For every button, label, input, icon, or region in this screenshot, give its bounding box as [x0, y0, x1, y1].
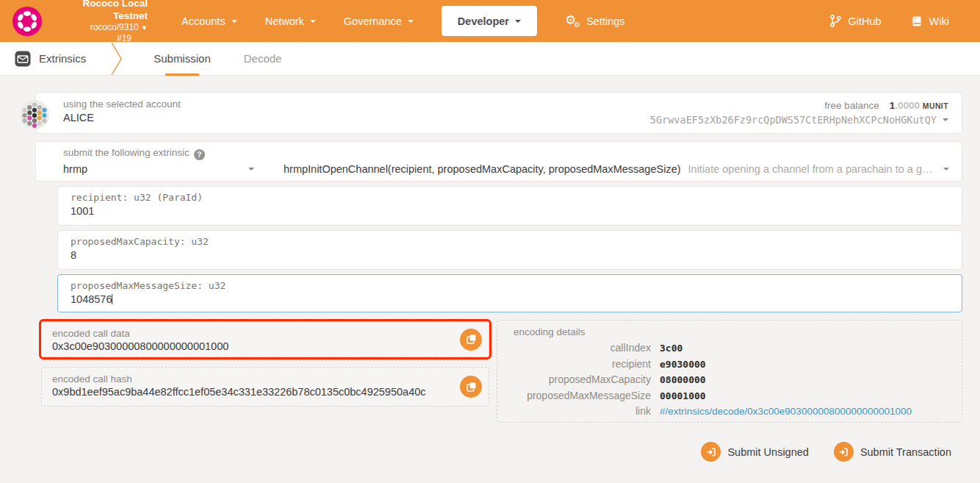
chevron-down-icon [310, 20, 316, 26]
network-name: Rococo Local Testnet [52, 0, 148, 22]
tab-decode[interactable]: Decode [244, 42, 282, 76]
chevron-down-icon [231, 20, 237, 26]
tab-submission[interactable]: Submission [154, 42, 211, 76]
extrinsic-dropdowns: hrmp hrmpInitOpenChannel(recipient, prop… [63, 163, 949, 175]
wiki-link[interactable]: Wiki [911, 15, 949, 27]
extrinsic-label: submit the following extrinsic? [63, 147, 949, 160]
chevron-down-icon [408, 20, 414, 26]
tab-bar: Extrinsics Submission Decode [0, 42, 980, 76]
nav-developer[interactable]: Developer [442, 6, 537, 36]
network-version[interactable]: rococo/9310 ▼ [52, 22, 148, 33]
book-icon [911, 15, 923, 27]
sign-in-arrow-icon [834, 442, 854, 462]
chevron-down-icon [943, 118, 948, 124]
section-dropdown[interactable]: hrmp [63, 163, 284, 175]
copy-call-data-button[interactable] [460, 329, 482, 351]
account-balance-block: free balance1.0000 MUNIT 5GrwvaEF5zXb26F… [650, 99, 948, 127]
submit-unsigned-button[interactable]: Submit Unsigned [701, 442, 808, 462]
method-hint: Initiate opening a channel from a parach… [688, 163, 934, 175]
nav-settings[interactable]: ⚙⚙ Settings [565, 14, 625, 29]
text-cursor [112, 294, 112, 304]
submit-transaction-button[interactable]: Submit Transaction [834, 442, 951, 462]
account-address[interactable]: 5GrwvaEF5zXb26Fz9rcQpDWS57CtERHpNehXCPcN… [650, 113, 948, 128]
git-branch-icon [830, 15, 841, 27]
copy-call-hash-button[interactable] [460, 376, 482, 398]
network-info[interactable]: Rococo Local Testnet rococo/9310 ▼ #19 [52, 0, 148, 44]
encoding-details-title: encoding details [514, 326, 962, 337]
polkadot-logo-icon[interactable] [12, 7, 42, 36]
decode-link[interactable]: #/extrinsics/decode/0x3c00e9030000080000… [660, 406, 962, 417]
section-extrinsics: Extrinsics [15, 51, 86, 67]
encoded-call-data: encoded call data 0x3c00e903000008000000… [41, 321, 489, 357]
nav-accounts[interactable]: Accounts [181, 15, 237, 27]
param-capacity-value[interactable]: 8 [71, 249, 951, 261]
main-nav: Accounts Network Governance Developer ⚙⚙… [181, 0, 625, 42]
param-message-size-value[interactable]: 1048576 [71, 293, 951, 305]
encoding-details-panel: encoding details callIndex 3c00 recipien… [497, 320, 962, 423]
param-proposed-max-capacity[interactable]: proposedMaxCapacity: u32 8 [57, 230, 962, 270]
account-selector[interactable]: using the selected account ALICE free ba… [35, 92, 962, 134]
extrinsic-selector: submit the following extrinsic? hrmp hrm… [35, 141, 962, 182]
param-proposed-max-message-size[interactable]: proposedMaxMessageSize: u32 1048576 [57, 274, 962, 312]
encoded-call-hash: encoded call hash 0x9bd1eef95ac9ba44e82f… [41, 367, 489, 407]
gears-icon: ⚙⚙ [565, 14, 580, 29]
method-dropdown[interactable]: hrmpInitOpenChannel(recipient, proposedM… [284, 163, 949, 175]
submit-actions: Submit Unsigned Submit Transaction [701, 442, 951, 462]
help-icon[interactable]: ? [194, 149, 205, 160]
chevron-down-icon [248, 168, 254, 173]
nav-network[interactable]: Network [265, 15, 316, 27]
chevron-down-icon [943, 168, 949, 173]
app-header: Rococo Local Testnet rococo/9310 ▼ #19 A… [0, 0, 980, 42]
extrinsics-envelope-icon [15, 51, 31, 67]
encoding-details-table: callIndex 3c00 recipient e9030000 propos… [514, 342, 962, 417]
copy-icon [466, 334, 477, 345]
chevron-separator [111, 42, 124, 76]
section-label: Extrinsics [39, 52, 86, 65]
github-link[interactable]: GitHub [830, 15, 881, 27]
chevron-down-icon [515, 20, 521, 26]
account-identicon [20, 100, 49, 129]
nav-governance[interactable]: Governance [344, 15, 414, 27]
free-balance: free balance1.0000 MUNIT [650, 99, 948, 113]
header-links: GitHub Wiki [830, 15, 949, 27]
copy-icon [466, 382, 477, 393]
param-recipient-value[interactable]: 1001 [71, 205, 951, 217]
param-recipient[interactable]: recipient: u32 (ParaId) 1001 [57, 186, 962, 226]
sign-in-arrow-icon [701, 442, 721, 462]
